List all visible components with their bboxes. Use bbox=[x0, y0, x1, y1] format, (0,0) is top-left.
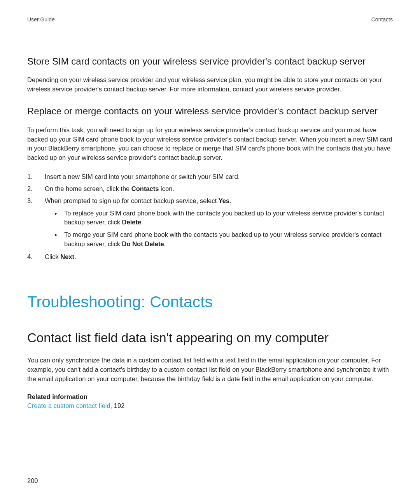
bullet-item: To merge your SIM card phone book with t… bbox=[52, 230, 393, 249]
step-text: When prompted to sign up for contact bac… bbox=[45, 197, 219, 204]
troubleshooting-heading: Troubleshooting: Contacts bbox=[27, 293, 393, 311]
step-item: On the home screen, click the Contacts i… bbox=[27, 184, 393, 194]
step-text: On the home screen, click the bbox=[45, 185, 131, 192]
bullet-text: To merge your SIM card phone book with t… bbox=[64, 231, 382, 247]
step-text: icon. bbox=[159, 185, 174, 192]
related-heading: Related information bbox=[27, 393, 393, 401]
related-link[interactable]: Create a custom contact field, bbox=[27, 402, 112, 409]
step-item: Click Next. bbox=[27, 252, 393, 262]
step-bold: Next bbox=[60, 253, 74, 260]
bullet-bold: Do Not Delete bbox=[122, 240, 164, 247]
page-number: 200 bbox=[27, 477, 38, 485]
section-body: Depending on your wireless service provi… bbox=[27, 75, 393, 94]
page-header: User Guide Contacts bbox=[27, 16, 393, 23]
step-item: When prompted to sign up for contact bac… bbox=[27, 196, 393, 249]
step-text: Insert a new SIM card into your smartpho… bbox=[45, 173, 240, 180]
step-bold: Yes bbox=[219, 197, 229, 204]
section-store-sim: Store SIM card contacts on your wireless… bbox=[27, 55, 393, 94]
related-link-line: Create a custom contact field, 192 bbox=[27, 402, 393, 410]
section-heading: Replace or merge contacts on your wirele… bbox=[27, 105, 393, 117]
section-replace-merge: Replace or merge contacts on your wirele… bbox=[27, 105, 393, 262]
header-left: User Guide bbox=[27, 16, 55, 23]
steps-list: Insert a new SIM card into your smartpho… bbox=[27, 172, 393, 262]
bullet-item: To replace your SIM card phone book with… bbox=[52, 209, 393, 228]
step-bold: Contacts bbox=[131, 185, 159, 192]
header-right: Contacts bbox=[371, 16, 393, 23]
bullet-text: . bbox=[141, 219, 143, 226]
related-information: Related information Create a custom cont… bbox=[27, 393, 393, 410]
step-item: Insert a new SIM card into your smartpho… bbox=[27, 172, 393, 182]
step-text: . bbox=[74, 253, 76, 260]
bullet-text: To replace your SIM card phone book with… bbox=[64, 210, 384, 226]
subsection-heading: Contact list field data isn't appearing … bbox=[27, 330, 393, 346]
section-body: To perform this task, you will need to s… bbox=[27, 126, 393, 163]
step-text: Click bbox=[45, 253, 60, 260]
section-heading: Store SIM card contacts on your wireless… bbox=[27, 55, 393, 68]
step-text: . bbox=[229, 197, 231, 204]
related-link-page: 192 bbox=[112, 402, 124, 409]
sub-bullet-list: To replace your SIM card phone book with… bbox=[52, 209, 393, 249]
troubleshoot-body: You can only synchronize the data in a c… bbox=[27, 356, 393, 384]
bullet-bold: Delete bbox=[122, 219, 142, 226]
bullet-text: . bbox=[164, 240, 166, 247]
